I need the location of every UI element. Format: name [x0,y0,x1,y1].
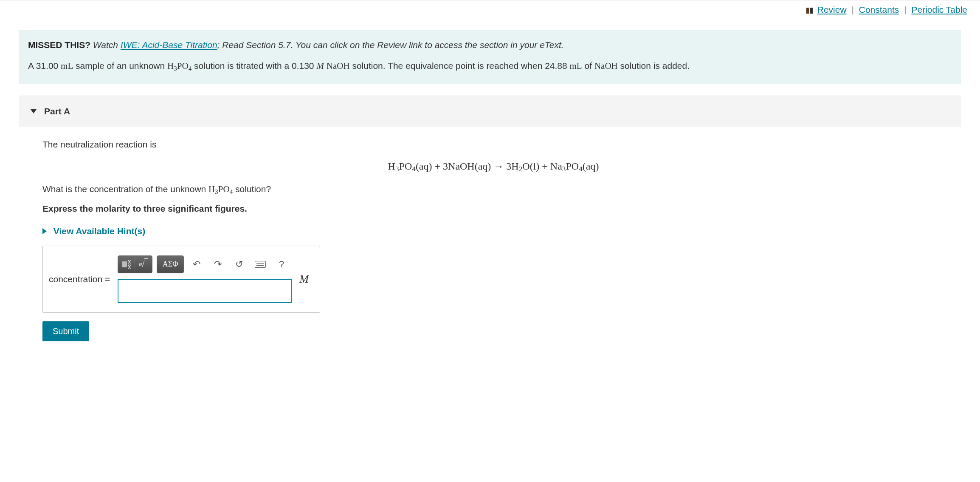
formula-naoh: NaOH [594,61,618,71]
caret-right-icon [42,228,47,234]
review-link[interactable]: Review [817,5,847,14]
question-prompt: What is the concentration of the unknown… [42,182,961,196]
separator: | [904,5,906,14]
symbols-tool-group: ΑΣΦ [157,255,184,273]
subscript-tool-button[interactable]: xx [118,256,135,273]
constants-link[interactable]: Constants [859,5,899,14]
part-title: Part A [44,106,70,116]
text: A 31.00 [28,61,61,71]
problem-statement: A 31.00 mL sample of an unknown H3PO4 so… [28,59,952,74]
submit-button[interactable]: Submit [42,321,89,341]
answer-label: concentration = [49,272,110,286]
reaction-equation: H3PO4(aq) + 3NaOH(aq) → 3H2O(l) + Na3PO4… [25,159,961,175]
undo-button[interactable]: ↶ [188,256,205,273]
text: of [582,61,594,71]
greek-symbols-button[interactable]: ΑΣΦ [157,256,183,273]
unit-molar: M [316,61,324,71]
reaction-intro: The neutralization reaction is [42,138,961,151]
root-tool-button[interactable]: n√ [135,256,152,273]
text: solution is added. [618,61,690,71]
text: What is the concentration of the unknown [42,184,208,194]
iwe-titration-link[interactable]: IWE: Acid-Base Titration [121,40,217,50]
top-links-bar: Review | Constants | Periodic Table [0,0,980,21]
template-tool-group: xx n√ [118,255,152,273]
text: solution. The equivalence point is reach… [350,61,570,71]
missed-this-label: MISSED THIS? [28,40,90,50]
hints-label: View Available Hint(s) [54,226,145,236]
hint-text: Watch [93,40,121,50]
formula-h3po4: H3PO4 [167,61,191,71]
separator: | [851,5,853,14]
periodic-table-link[interactable]: Periodic Table [911,5,967,14]
caret-down-icon [31,109,37,113]
text: solution is titrated with a 0.130 [191,61,316,71]
formula-naoh: NaOH [327,61,350,71]
keyboard-icon [255,261,266,268]
unit-ml: mL [570,61,582,71]
book-icon [806,6,813,16]
part-a-header[interactable]: Part A [19,96,961,127]
redo-button[interactable]: ↷ [209,256,226,273]
answer-input[interactable] [118,279,292,303]
help-button[interactable]: ? [273,256,290,273]
equation-toolbar: xx n√ ΑΣΦ ↶ ↷ ↺ ? [118,255,290,273]
text: sample of an unknown [73,61,167,71]
keyboard-button[interactable] [252,256,269,273]
hint-text: ; Read Section 5.7. You can click on the… [217,40,564,50]
text: solution? [233,184,271,194]
answer-unit: M [299,271,309,287]
reset-button[interactable]: ↺ [231,256,248,273]
question-body: The neutralization reaction is H3PO4(aq)… [42,138,961,313]
answer-instruction: Express the molarity to three significan… [42,202,961,215]
hints-toggle[interactable]: View Available Hint(s) [42,224,961,238]
formula-h3po4: H3PO4 [208,184,233,194]
answer-box: concentration = xx n√ ΑΣΦ ↶ ↷ ↺ [42,246,320,313]
problem-info-panel: MISSED THIS? Watch IWE: Acid-Base Titrat… [19,30,961,84]
unit-ml: mL [61,61,73,71]
